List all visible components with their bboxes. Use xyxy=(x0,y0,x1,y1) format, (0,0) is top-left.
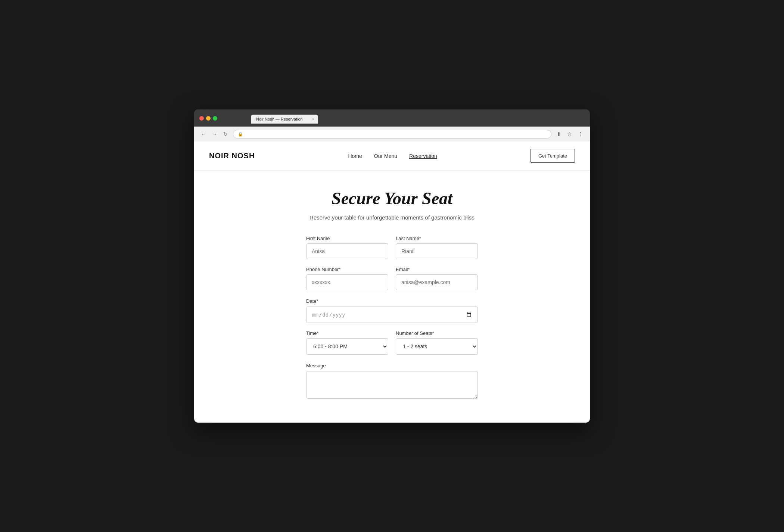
email-input[interactable] xyxy=(396,274,478,290)
browser-tab[interactable]: Noir Nosh — Reservation × xyxy=(251,115,318,124)
lock-icon: 🔒 xyxy=(238,132,243,137)
message-row: Message xyxy=(306,362,478,400)
message-input[interactable] xyxy=(306,371,478,399)
page-subtitle: Reserve your table for unforgettable mom… xyxy=(306,214,478,221)
nav-links: Home Our Menu Reservation xyxy=(348,153,437,159)
nav-link-menu[interactable]: Our Menu xyxy=(374,153,397,159)
first-name-label: First Name xyxy=(306,236,388,241)
address-bar[interactable]: 🔒 xyxy=(233,130,551,139)
browser-toolbar: ← → ↻ 🔒 ⬆ ☆ ⋮ xyxy=(194,127,590,141)
contact-row: Phone Number* Email* xyxy=(306,267,478,290)
share-button[interactable]: ⬆ xyxy=(554,130,563,139)
page-title: Secure Your Seat xyxy=(306,189,478,208)
last-name-group: Last Name* xyxy=(396,236,478,259)
last-name-input[interactable] xyxy=(396,243,478,259)
forward-button[interactable]: → xyxy=(210,130,220,139)
time-group: Time* 6:00 - 8:00 PM 8:00 - 10:00 PM 10:… xyxy=(306,330,388,355)
phone-input[interactable] xyxy=(306,274,388,290)
time-label: Time* xyxy=(306,330,388,336)
minimize-traffic-light[interactable] xyxy=(206,116,211,121)
browser-chrome: Noir Nosh — Reservation × ← → ↻ 🔒 ⬆ ☆ ⋮ xyxy=(194,109,590,141)
email-label: Email* xyxy=(396,267,478,272)
traffic-lights xyxy=(199,116,217,121)
seats-label: Number of Seats* xyxy=(396,330,478,336)
close-traffic-light[interactable] xyxy=(199,116,204,121)
bookmark-button[interactable]: ☆ xyxy=(565,130,574,139)
nav-link-home[interactable]: Home xyxy=(348,153,362,159)
date-input[interactable] xyxy=(306,307,478,323)
more-button[interactable]: ⋮ xyxy=(576,130,585,139)
reload-button[interactable]: ↻ xyxy=(221,130,230,139)
name-row: First Name Last Name* xyxy=(306,236,478,259)
page-content: Secure Your Seat Reserve your table for … xyxy=(299,171,485,423)
first-name-group: First Name xyxy=(306,236,388,259)
phone-label: Phone Number* xyxy=(306,267,388,272)
tab-title: Noir Nosh — Reservation xyxy=(256,117,303,121)
nav-item-home[interactable]: Home xyxy=(348,153,362,159)
email-group: Email* xyxy=(396,267,478,290)
browser-window: Noir Nosh — Reservation × ← → ↻ 🔒 ⬆ ☆ ⋮ xyxy=(194,109,590,423)
maximize-traffic-light[interactable] xyxy=(213,116,217,121)
site-nav: NOIR NOSH Home Our Menu Reservation Get … xyxy=(194,141,590,171)
site-logo: NOIR NOSH xyxy=(209,152,255,160)
back-button[interactable]: ← xyxy=(199,130,208,139)
time-seats-row: Time* 6:00 - 8:00 PM 8:00 - 10:00 PM 10:… xyxy=(306,330,478,355)
date-row: Date* xyxy=(306,298,478,323)
date-label: Date* xyxy=(306,298,318,304)
nav-buttons: ← → ↻ xyxy=(199,130,230,139)
get-template-button[interactable]: Get Template xyxy=(531,149,575,163)
nav-item-menu[interactable]: Our Menu xyxy=(374,153,397,159)
tab-close-button[interactable]: × xyxy=(312,117,314,121)
nav-link-reservation[interactable]: Reservation xyxy=(409,153,437,159)
website-content: NOIR NOSH Home Our Menu Reservation Get … xyxy=(194,141,590,423)
message-label: Message xyxy=(306,363,326,368)
nav-item-reservation[interactable]: Reservation xyxy=(409,153,437,159)
phone-group: Phone Number* xyxy=(306,267,388,290)
time-select[interactable]: 6:00 - 8:00 PM 8:00 - 10:00 PM 10:00 - 1… xyxy=(306,338,388,355)
toolbar-actions: ⬆ ☆ ⋮ xyxy=(554,130,585,139)
seats-select[interactable]: 1 - 2 seats 3 - 4 seats 5 - 6 seats 7+ s… xyxy=(396,338,478,355)
first-name-input[interactable] xyxy=(306,243,388,259)
last-name-label: Last Name* xyxy=(396,236,478,241)
seats-group: Number of Seats* 1 - 2 seats 3 - 4 seats… xyxy=(396,330,478,355)
browser-titlebar: Noir Nosh — Reservation × xyxy=(194,109,590,127)
tab-bar: Noir Nosh — Reservation × xyxy=(221,115,344,124)
